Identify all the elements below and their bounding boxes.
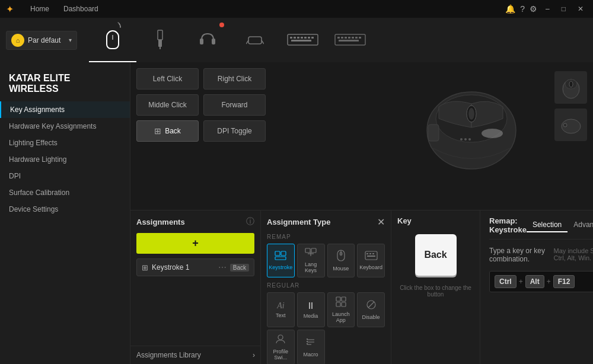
svg-rect-5 (248, 37, 262, 44)
assignments-info-icon[interactable]: ⓘ (246, 216, 254, 227)
svg-rect-67 (307, 343, 308, 344)
keyboard1-icon (286, 32, 319, 47)
sidebar-item-lighting[interactable]: Lighting Effects (0, 135, 130, 151)
assignment-item[interactable]: ⊞ Keystroke 1 ⋯ Back (136, 258, 254, 276)
controller-icon (246, 31, 264, 49)
sidebar-item-surface[interactable]: Surface Calibration (0, 184, 130, 201)
device-item-mouse[interactable] (89, 18, 136, 62)
mouse-type-icon (336, 250, 346, 264)
nav-home[interactable]: Home (23, 0, 56, 18)
text-type-label: Text (276, 312, 286, 318)
settings-icon[interactable]: ⚙ (530, 4, 537, 14)
sidebar-item-device-settings[interactable]: Device Settings (0, 201, 130, 218)
keyboard2-icon (334, 32, 366, 47)
mouse-buttons-area: Left Click Right Click Middle Click Forw… (136, 68, 266, 142)
mouse-btn-forward[interactable]: Forward (203, 94, 266, 116)
type-item-media[interactable]: ⏸ Media (297, 292, 325, 327)
tab-selection[interactable]: Selection (527, 218, 568, 232)
type-item-mouse[interactable]: Mouse (327, 244, 355, 277)
assignments-library-arrow-icon: › (253, 351, 255, 359)
device-item-keyboard2[interactable] (326, 18, 374, 62)
device-item-controller[interactable] (231, 18, 279, 62)
keystroke-label: Keystroke (269, 264, 292, 270)
svg-point-34 (468, 138, 471, 141)
profile-selector[interactable]: ⌂ Par défaut ▾ (6, 31, 77, 50)
svg-rect-23 (355, 37, 358, 39)
assignments-library[interactable]: Assignments Library › (130, 346, 261, 364)
svg-rect-22 (352, 37, 354, 39)
minimize-button[interactable]: – (542, 5, 553, 13)
notification-icon[interactable]: 🔔 (505, 4, 515, 14)
key-combo-f12: F12 (553, 275, 575, 288)
keyboard-type-icon (365, 251, 378, 263)
svg-rect-0 (158, 30, 162, 40)
svg-rect-30 (428, 124, 439, 141)
maximize-button[interactable]: □ (558, 5, 569, 13)
sidebar-item-dpi[interactable]: DPI (0, 168, 130, 184)
side-views (554, 71, 587, 141)
mouse-btn-middle-click[interactable]: Middle Click (136, 94, 199, 116)
text-type-icon: Ai (277, 301, 284, 311)
assignment-type-title: Assignment Type (267, 218, 330, 226)
assignment-more-icon[interactable]: ⋯ (218, 263, 227, 272)
sidebar-item-key-assignments[interactable]: Key Assignments (0, 101, 130, 118)
type-item-profile-switch[interactable]: Profile Swi... (267, 330, 295, 364)
disable-icon (366, 299, 377, 312)
disable-label: Disable (362, 314, 380, 320)
key-combo-ctrl: Ctrl (495, 275, 517, 288)
close-button[interactable]: ✕ (574, 5, 587, 13)
mouse-btn-left-click[interactable]: Left Click (136, 68, 199, 90)
help-icon[interactable]: ? (520, 4, 525, 14)
right-click-label: Right Click (218, 75, 251, 83)
svg-point-31 (482, 129, 503, 138)
key-panel-title: Key (397, 216, 412, 225)
remap-sub-text: May include Shift, Ctrl, Alt, Win. (554, 247, 593, 261)
svg-rect-57 (336, 302, 340, 306)
keystroke-icon (275, 251, 286, 263)
type-item-lang-keys[interactable]: Lang Keys (297, 244, 325, 277)
assignment-type-panel: Assignment Type ✕ REMAP (261, 210, 391, 364)
device-item-usb[interactable] (136, 18, 184, 62)
dpi-label: DPI Toggle (217, 127, 251, 135)
svg-rect-54 (367, 256, 375, 257)
media-type-icon: ⏸ (306, 301, 315, 311)
svg-rect-11 (297, 37, 299, 39)
tab-advanced[interactable]: Advanced (568, 218, 593, 232)
side-view-top[interactable] (554, 71, 587, 104)
sidebar-item-hardware-lighting[interactable]: Hardware Lighting (0, 151, 130, 168)
svg-point-33 (464, 138, 467, 141)
side-view-side[interactable] (554, 108, 587, 141)
add-assignment-button[interactable]: + (136, 233, 254, 254)
mouse-btn-dpi[interactable]: DPI Toggle (203, 120, 266, 142)
key-display[interactable]: Back (415, 234, 457, 276)
mouse-btn-back[interactable]: ⊞ Back (136, 120, 199, 142)
type-item-disable[interactable]: Disable (357, 292, 385, 327)
device-power-indicator (219, 23, 224, 27)
remap-tabs: Selection Advanced (527, 218, 593, 232)
svg-rect-14 (308, 37, 310, 39)
sidebar-item-hardware-key[interactable]: Hardware Key Assignments (0, 118, 130, 135)
device-item-keyboard1[interactable] (279, 18, 326, 62)
type-item-text[interactable]: Ai Text (267, 292, 295, 327)
type-item-keyboard[interactable]: Keyboard (357, 244, 385, 277)
svg-point-37 (569, 81, 573, 87)
profile-switch-label: Profile Swi... (269, 349, 293, 360)
mouse-image (397, 71, 546, 178)
type-item-macro[interactable]: Macro (297, 330, 325, 364)
assignments-header: Assignments ⓘ (136, 216, 254, 227)
assignments-library-label: Assignments Library (136, 351, 201, 359)
key-combo[interactable]: Ctrl + Alt + F12 (489, 271, 593, 292)
svg-rect-12 (301, 37, 303, 39)
svg-rect-21 (348, 37, 350, 39)
mouse-btn-right-click[interactable]: Right Click (203, 68, 266, 90)
svg-rect-20 (345, 37, 347, 39)
nav-dashboard[interactable]: Dashboard (56, 0, 106, 18)
middle-click-label: Middle Click (148, 101, 187, 109)
assignment-type-close-button[interactable]: ✕ (377, 216, 385, 228)
wifi-icon (117, 21, 123, 28)
forward-label: Forward (221, 101, 247, 109)
svg-rect-19 (341, 37, 343, 39)
type-item-launch-app[interactable]: Launch App (327, 292, 355, 327)
device-item-headset[interactable] (184, 18, 231, 62)
type-item-keystroke[interactable]: Keystroke (267, 244, 295, 277)
